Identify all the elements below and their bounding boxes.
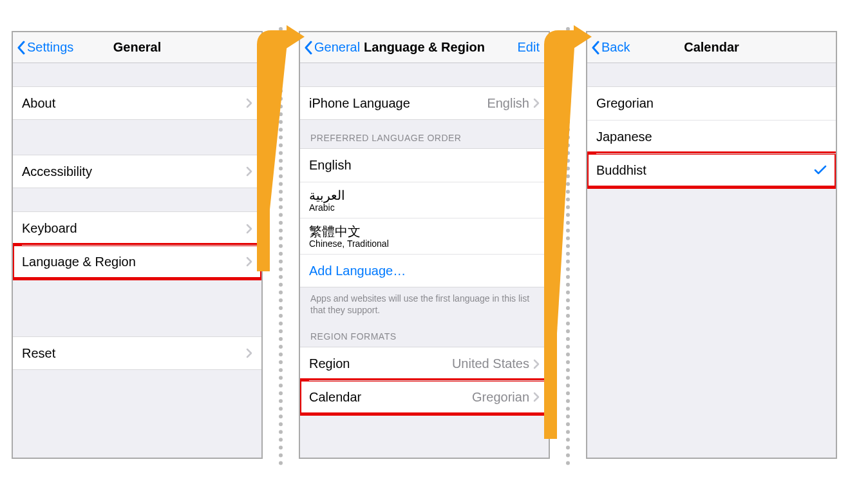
- row-language-chinese-traditional[interactable]: 繁體中文 Chinese, Traditional: [300, 218, 549, 254]
- list-gap: [587, 63, 836, 86]
- navbar-calendar: Back Calendar: [587, 32, 836, 63]
- section-footer-note: Apps and websites will use the first lan…: [300, 287, 549, 321]
- chevron-right-icon: [246, 98, 252, 108]
- nav-back[interactable]: Back: [591, 40, 630, 55]
- navbar-language-region: General Language & Region Edit: [300, 32, 549, 63]
- divider-dots: [263, 31, 299, 465]
- list-general: About Accessibility Keyboard: [13, 63, 261, 370]
- row-label: About: [22, 96, 55, 111]
- row-native: العربية: [309, 188, 345, 202]
- row-iphone-language[interactable]: iPhone Language English: [300, 86, 549, 120]
- group-iphone-language: iPhone Language English: [300, 86, 549, 120]
- row-language-region[interactable]: Language & Region: [13, 245, 261, 278]
- nav-back-settings[interactable]: Settings: [17, 40, 73, 55]
- chevron-left-icon: [591, 41, 600, 55]
- row-accessibility[interactable]: Accessibility: [13, 155, 261, 188]
- divider-dots: [550, 31, 586, 465]
- group-about: About: [13, 86, 261, 120]
- group-keyboard-lang: Keyboard Language & Region: [13, 211, 261, 278]
- row-label: Accessibility: [22, 164, 92, 179]
- check-icon: [814, 165, 827, 175]
- row-label: iPhone Language: [309, 96, 410, 111]
- group-accessibility: Accessibility: [13, 155, 261, 188]
- chevron-right-icon: [533, 392, 540, 402]
- list-gap: [13, 63, 261, 86]
- chevron-right-icon: [533, 98, 540, 108]
- row-label: Add Language…: [309, 264, 406, 278]
- row-keyboard[interactable]: Keyboard: [13, 211, 261, 245]
- row-sub: Arabic: [309, 202, 335, 213]
- navbar-general: Settings General: [13, 32, 261, 63]
- row-label: Gregorian: [596, 96, 654, 111]
- row-value: Gregorian: [472, 390, 529, 405]
- panel-language-region: General Language & Region Edit iPhone La…: [299, 31, 550, 459]
- row-region[interactable]: Region United States: [300, 347, 549, 380]
- chevron-right-icon: [246, 224, 252, 234]
- list-gap: [13, 278, 261, 336]
- chevron-right-icon: [246, 166, 252, 177]
- group-preferred-languages: English العربية Arabic 繁體中文 Chinese, Tra…: [300, 148, 549, 287]
- list-gap: [13, 188, 261, 211]
- row-calendar[interactable]: Calendar Gregorian: [300, 380, 549, 414]
- row-native: 繁體中文: [309, 224, 361, 238]
- row-japanese[interactable]: Japanese: [587, 120, 836, 153]
- nav-back-label: General: [314, 40, 360, 55]
- row-value: English: [487, 96, 529, 111]
- row-label: Buddhist: [596, 163, 646, 178]
- row-value: United States: [452, 356, 529, 371]
- row-gregorian[interactable]: Gregorian: [587, 86, 836, 120]
- row-label: Region: [309, 356, 350, 371]
- section-header-region-formats: REGION FORMATS: [300, 321, 549, 347]
- row-buddhist[interactable]: Buddhist: [587, 153, 836, 187]
- list-gap: [300, 63, 549, 86]
- group-region-formats: Region United States Calendar Gregorian: [300, 347, 549, 414]
- chevron-right-icon: [246, 257, 252, 267]
- row-reset[interactable]: Reset: [13, 336, 261, 370]
- chevron-left-icon: [17, 41, 26, 55]
- row-label: Calendar: [309, 390, 361, 405]
- nav-back-label: Settings: [27, 40, 73, 55]
- row-about[interactable]: About: [13, 86, 261, 120]
- panel-general: Settings General About Accessibility: [12, 31, 263, 459]
- row-label: Keyboard: [22, 221, 77, 236]
- chevron-right-icon: [533, 359, 540, 369]
- list-language-region: iPhone Language English PREFERRED LANGUA…: [300, 63, 549, 414]
- list-calendar: Gregorian Japanese Buddhist: [587, 63, 836, 187]
- chevron-right-icon: [246, 348, 252, 358]
- row-label: Reset: [22, 346, 55, 361]
- row-sub: Chinese, Traditional: [309, 238, 389, 249]
- nav-back-general[interactable]: General: [304, 40, 360, 55]
- row-language-arabic[interactable]: العربية Arabic: [300, 182, 549, 218]
- row-label: Language & Region: [22, 255, 136, 269]
- section-header-preferred: PREFERRED LANGUAGE ORDER: [300, 120, 549, 148]
- row-language-english[interactable]: English: [300, 148, 549, 182]
- panel-calendar: Back Calendar Gregorian Japanese Buddhis…: [586, 31, 837, 459]
- row-label: English: [309, 158, 352, 173]
- chevron-left-icon: [304, 41, 313, 55]
- row-label: Japanese: [596, 130, 652, 144]
- group-reset: Reset: [13, 336, 261, 370]
- stage-container: Settings General About Accessibility: [12, 31, 837, 465]
- row-add-language[interactable]: Add Language…: [300, 254, 549, 287]
- nav-edit-button[interactable]: Edit: [518, 40, 545, 55]
- list-gap: [13, 120, 261, 155]
- nav-back-label: Back: [601, 40, 630, 55]
- group-calendar-options: Gregorian Japanese Buddhist: [587, 86, 836, 187]
